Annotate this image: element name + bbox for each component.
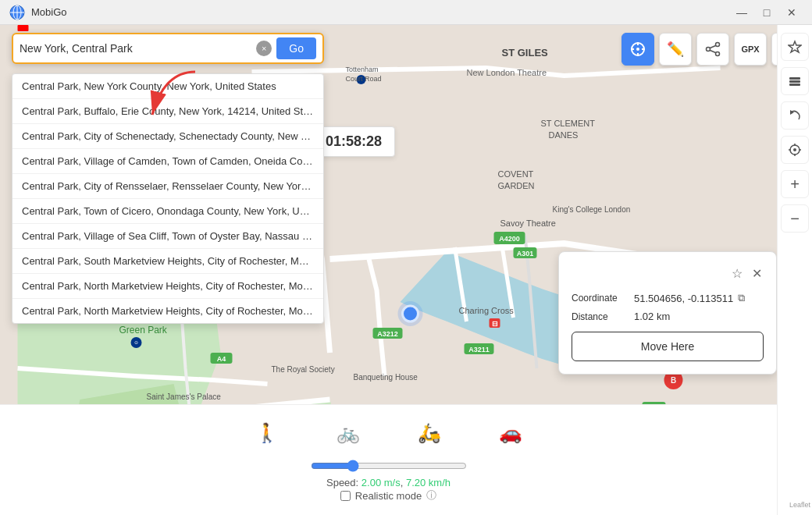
search-input[interactable]	[20, 42, 256, 55]
minimize-button[interactable]: —	[731, 4, 753, 21]
main-container: A4200 A301 A3212 A3211 A3200 A301 A302 A…	[0, 25, 812, 515]
titlebar: MobiGo — □ ✕	[0, 0, 812, 25]
distance-row: Distance 1.02 km	[572, 311, 764, 322]
dropdown-item[interactable]: Central Park, Village of Camden, Town of…	[12, 149, 323, 174]
crosshair-button[interactable]	[621, 33, 654, 66]
svg-text:Court Road: Court Road	[346, 75, 382, 83]
zoom-out-button[interactable]: −	[781, 204, 809, 233]
svg-text:DANES: DANES	[549, 130, 579, 140]
dropdown-item[interactable]: Central Park, City of Rensselaer, Rensse…	[12, 174, 323, 199]
svg-text:Green Park: Green Park	[119, 325, 168, 336]
svg-text:A4: A4	[217, 355, 226, 363]
walk-mode-button[interactable]: 🚶	[250, 416, 284, 450]
svg-text:A3212: A3212	[377, 330, 398, 338]
bike-mode-button[interactable]: 🚲	[331, 416, 365, 450]
popup-close-button[interactable]: ✕	[750, 265, 764, 282]
info-icon[interactable]: ⓘ	[426, 488, 436, 503]
right-sidebar: + − Leaflet	[777, 25, 812, 515]
search-bar: × Go	[12, 33, 324, 64]
svg-text:Banqueting House: Banqueting House	[354, 373, 418, 382]
svg-text:Savoy Theatre: Savoy Theatre	[500, 218, 556, 228]
zoom-in-button[interactable]: +	[781, 170, 809, 198]
move-here-button[interactable]: Move Here	[572, 332, 764, 361]
svg-point-62	[398, 301, 423, 326]
speed-ms-value: 2.00 m/s	[361, 477, 401, 488]
popup-star-button[interactable]: ☆	[730, 265, 744, 282]
search-container: × Go Central Park, New York County, New …	[12, 33, 324, 64]
svg-line-79	[710, 51, 716, 53]
svg-text:ST GILES: ST GILES	[502, 47, 549, 59]
svg-text:Saint James's Palace: Saint James's Palace	[147, 392, 222, 401]
svg-text:The Royal Society: The Royal Society	[272, 365, 335, 374]
distance-label: Distance	[572, 311, 634, 322]
realistic-mode-checkbox[interactable]	[340, 491, 351, 501]
speed-kph-value: 7.20 km/h	[406, 477, 451, 488]
popup-header: ☆ ✕	[572, 265, 764, 282]
svg-point-89	[793, 148, 796, 151]
speed-slider[interactable]	[311, 460, 467, 472]
svg-text:B: B	[671, 376, 676, 385]
svg-point-76	[707, 48, 710, 52]
undo-icon	[788, 108, 802, 123]
layers-icon	[788, 74, 802, 88]
svg-line-78	[710, 46, 716, 48]
transport-panel: 🚶 🚲 🛵 🚗 Speed: 2.00 m/s, 7.20 km/h Reali…	[0, 404, 777, 515]
coordinate-value: 51.504656, -0.113511 ⧉	[634, 292, 745, 304]
svg-rect-86	[789, 83, 800, 86]
svg-text:King's College London: King's College London	[553, 205, 631, 214]
star-icon	[788, 40, 802, 54]
speed-row	[233, 460, 545, 472]
layers-sidebar-button[interactable]	[781, 67, 809, 95]
gpx-button[interactable]: GPX	[734, 33, 767, 66]
svg-text:ST CLEMENT: ST CLEMENT	[541, 119, 596, 128]
speed-label: Speed: 2.00 m/s, 7.20 km/h	[326, 477, 451, 488]
dropdown-item[interactable]: Central Park, Village of Sea Cliff, Town…	[12, 224, 323, 249]
realistic-mode-label: Realistic mode	[355, 490, 422, 502]
dropdown-item[interactable]: Central Park, Buffalo, Erie County, New …	[12, 99, 323, 124]
dropdown-item[interactable]: Central Park, North Marketview Heights, …	[12, 299, 323, 323]
svg-marker-83	[789, 41, 801, 52]
crosshair-icon	[629, 41, 646, 58]
svg-text:Tottenham: Tottenham	[346, 66, 379, 73]
app-title: MobiGo	[31, 6, 731, 18]
undo-sidebar-button[interactable]	[781, 101, 809, 130]
svg-text:New London Theatre: New London Theatre	[467, 68, 547, 77]
coordinate-popup: ☆ ✕ Coordinate 51.504656, -0.113511 ⧉ Di…	[558, 251, 777, 375]
svg-text:⊝: ⊝	[134, 340, 138, 345]
locate-sidebar-button[interactable]	[781, 136, 809, 164]
svg-point-74	[636, 48, 639, 51]
svg-point-77	[716, 52, 720, 56]
dropdown-item[interactable]: Central Park, South Marketview Heights, …	[12, 249, 323, 274]
scooter-mode-button[interactable]: 🛵	[412, 416, 447, 450]
search-dropdown: Central Park, New York County, New York,…	[12, 73, 324, 324]
svg-point-75	[716, 43, 720, 47]
share-icon	[705, 41, 721, 57]
coordinate-label: Coordinate	[572, 293, 634, 304]
app-logo	[9, 5, 25, 20]
search-clear-button[interactable]: ×	[256, 41, 272, 56]
star-sidebar-button[interactable]	[781, 33, 809, 61]
coordinate-row: Coordinate 51.504656, -0.113511 ⧉	[572, 292, 764, 304]
close-button[interactable]: ✕	[781, 4, 803, 21]
dropdown-item[interactable]: Central Park, New York County, New York,…	[12, 74, 323, 99]
svg-text:A4200: A4200	[499, 235, 520, 243]
dropdown-item[interactable]: Central Park, City of Schenectady, Schen…	[12, 124, 323, 149]
pen-icon: ✏️	[667, 41, 684, 58]
dropdown-item[interactable]: Central Park, North Marketview Heights, …	[12, 274, 323, 299]
dropdown-item[interactable]: Central Park, Town of Cicero, Onondaga C…	[12, 199, 323, 224]
svg-text:COVENT: COVENT	[498, 169, 534, 179]
leaflet-label: Leaflet	[789, 501, 810, 509]
maximize-button[interactable]: □	[756, 4, 778, 21]
svg-text:A3211: A3211	[468, 346, 490, 353]
car-mode-button[interactable]: 🚗	[493, 416, 528, 450]
svg-rect-84	[789, 77, 800, 80]
search-go-button[interactable]: Go	[276, 37, 316, 59]
svg-text:Charing Cross: Charing Cross	[459, 306, 515, 315]
locate-icon	[788, 143, 802, 157]
share-button[interactable]	[696, 33, 729, 66]
pen-button[interactable]: ✏️	[659, 33, 692, 66]
distance-value: 1.02 km	[634, 311, 670, 322]
copy-coordinate-button[interactable]: ⧉	[738, 292, 745, 304]
window-controls: — □ ✕	[731, 4, 803, 21]
svg-rect-85	[789, 80, 800, 83]
